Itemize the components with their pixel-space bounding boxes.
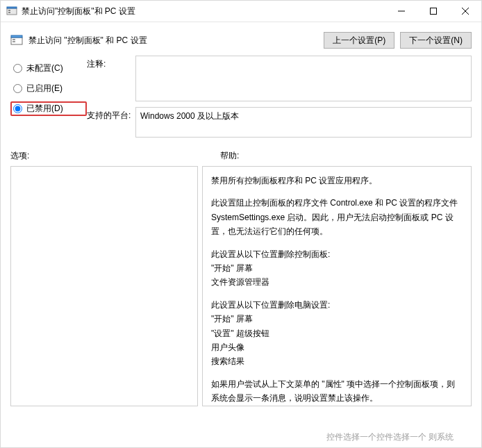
svg-rect-4 (431, 8, 437, 15)
window-title: 禁止访问"控制面板"和 PC 设置 (22, 6, 385, 17)
help-pane[interactable]: 禁用所有控制面板程序和 PC 设置应用程序。此设置阻止控制面板的程序文件 Con… (202, 166, 472, 406)
details-column: 注释: 支持的平台: (87, 56, 472, 138)
svg-rect-7 (13, 39, 15, 40)
policy-icon (10, 34, 23, 47)
radio-disabled-input[interactable] (13, 104, 22, 113)
radio-enabled-input[interactable] (13, 84, 22, 93)
svg-rect-1 (7, 7, 17, 8)
options-label: 选项: (10, 150, 212, 162)
title-bar: 禁止访问"控制面板"和 PC 设置 (1, 1, 481, 22)
radio-not-configured[interactable]: 未配置(C) (10, 61, 87, 76)
help-paragraph: 如果用户尝试从上下文菜单的 "属性" 项中选择一个控制面板项，则系统会显示一条消… (211, 377, 463, 406)
help-label: 帮助: (212, 150, 472, 162)
radio-not-configured-label: 未配置(C) (26, 63, 63, 74)
supported-row: 支持的平台: (87, 107, 472, 138)
config-area: 未配置(C) 已启用(E) 已禁用(D) 注释: 支持的平台: (1, 51, 481, 138)
window-icon (6, 6, 17, 17)
policy-title: 禁止访问 "控制面板" 和 PC 设置 (28, 35, 318, 47)
radio-not-configured-input[interactable] (13, 64, 22, 73)
prev-setting-button[interactable]: 上一个设置(P) (324, 32, 394, 49)
next-setting-button[interactable]: 下一个设置(N) (400, 32, 472, 49)
state-radios: 未配置(C) 已启用(E) 已禁用(D) (10, 56, 87, 116)
maximize-button[interactable] (417, 1, 449, 22)
supported-value (135, 107, 472, 138)
comment-row: 注释: (87, 56, 472, 101)
help-paragraph: 此设置阻止控制面板的程序文件 Control.exe 和 PC 设置的程序文件 … (211, 196, 463, 238)
radio-enabled-label: 已启用(E) (26, 83, 63, 94)
panes-container: 禁用所有控制面板程序和 PC 设置应用程序。此设置阻止控制面板的程序文件 Con… (1, 166, 481, 406)
close-button[interactable] (449, 1, 481, 22)
svg-rect-2 (8, 10, 10, 11)
artifact-text: 控件选择一个控件选择一个 则系统 (326, 431, 454, 443)
comment-input[interactable] (135, 56, 472, 101)
svg-rect-8 (13, 41, 15, 42)
comment-label: 注释: (87, 56, 131, 70)
header-row: 禁止访问 "控制面板" 和 PC 设置 上一个设置(P) 下一个设置(N) (1, 22, 481, 51)
help-paragraph: 此设置从以下位置删除电脑设置: "开始" 屏幕 "设置" 超级按钮 用户头像 搜… (211, 298, 463, 369)
options-pane (10, 166, 198, 406)
mid-labels: 选项: 帮助: (1, 138, 481, 166)
supported-label: 支持的平台: (87, 107, 131, 122)
radio-disabled[interactable]: 已禁用(D) (10, 101, 87, 116)
minimize-button[interactable] (385, 1, 417, 22)
radio-disabled-label: 已禁用(D) (26, 103, 63, 115)
help-paragraph: 此设置从以下位置删除控制面板: "开始" 屏幕 文件资源管理器 (211, 247, 463, 290)
svg-rect-6 (11, 35, 22, 38)
radio-enabled[interactable]: 已启用(E) (10, 81, 87, 96)
help-paragraph: 禁用所有控制面板程序和 PC 设置应用程序。 (211, 174, 463, 188)
svg-rect-3 (8, 12, 10, 13)
svg-rect-0 (7, 8, 17, 15)
